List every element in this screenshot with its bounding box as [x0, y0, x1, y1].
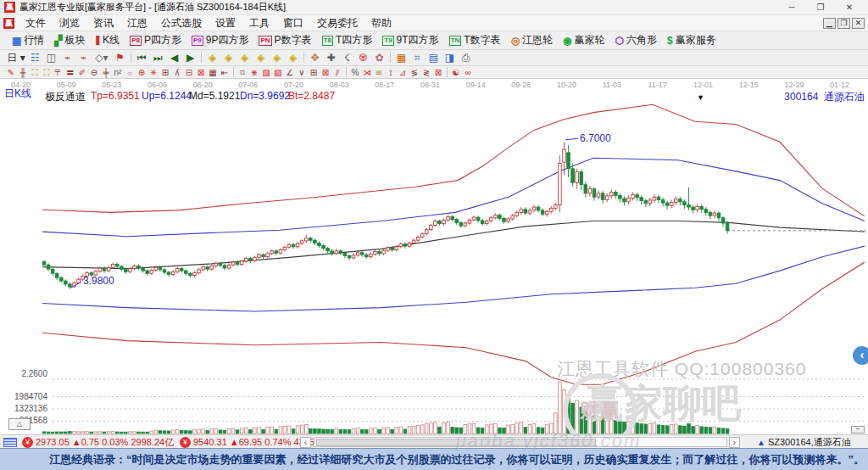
sh-index-item[interactable]: ¥ 2973.05 ▲0.75 0.03% 2998.24亿 — [22, 435, 174, 449]
scrollbar-thumb[interactable] — [316, 439, 596, 446]
level-line-icon[interactable]: 〒 — [53, 67, 64, 78]
gann-fan-icon[interactable]: ✳ — [147, 67, 159, 78]
zoom-diamond6-icon[interactable]: ◈ — [285, 51, 301, 65]
save-icon[interactable]: ◨ — [442, 51, 458, 65]
toolbar-赢家服务[interactable]: $赢家服务 — [662, 33, 721, 48]
child-minimize-button[interactable]: ▁ — [823, 18, 836, 29]
period-selector[interactable]: 日 ▾ — [5, 51, 27, 65]
line-chart-icon[interactable]: ⌁ — [59, 51, 75, 65]
grid-lines-icon[interactable]: ╫ — [17, 67, 29, 78]
zoom-diamond5-icon[interactable]: ◈ — [269, 51, 285, 65]
collapse-button[interactable]: − — [851, 426, 865, 434]
zoom-diamond3-icon[interactable]: ◈ — [236, 51, 253, 65]
split-view-icon[interactable]: ◫ — [43, 51, 59, 65]
minimize-button[interactable]: ─ — [777, 3, 806, 12]
fib-retrace-icon[interactable]: ⋊ — [361, 67, 373, 78]
quote-table-icon[interactable] — [3, 435, 17, 449]
pencil-icon[interactable]: ✎ — [5, 67, 17, 78]
n-square-icon[interactable]: n² — [112, 67, 124, 78]
toolbar-T数字表[interactable]: TNT数字表 — [444, 33, 506, 48]
child-restore-button[interactable]: ❐ — [837, 18, 850, 29]
yin-yang-icon[interactable]: ☯ — [450, 67, 462, 78]
menu-交易委托[interactable]: 交易委托 — [310, 16, 364, 31]
expand-volume-button[interactable]: △ — [8, 418, 31, 430]
overlay-selector[interactable]: ◇▾ — [92, 51, 112, 65]
delete-draw-icon[interactable]: ⊠ — [432, 67, 444, 78]
line-chart2-icon[interactable]: ⌁ — [75, 51, 92, 65]
menu-浏览[interactable]: 浏览 — [53, 16, 86, 31]
menu-设置[interactable]: 设置 — [209, 16, 242, 31]
board-view-icon[interactable]: ☷ — [27, 51, 43, 65]
toolbar-9P四方形[interactable]: P99P四方形 — [186, 33, 253, 48]
menu-公式选股[interactable]: 公式选股 — [154, 16, 209, 31]
anchor-icon[interactable]: ⌑ — [236, 67, 248, 78]
circle-tool-icon[interactable]: ⊖ — [88, 67, 100, 78]
zoom-diamond2-icon[interactable]: ◈ — [220, 51, 236, 65]
wave-tool-icon[interactable]: ʎ — [171, 67, 183, 78]
triangle-tool-icon[interactable]: ⊿ — [397, 67, 409, 78]
close-button[interactable]: ✕ — [835, 3, 864, 12]
parallel-rays-icon[interactable]: ⫽ — [331, 67, 343, 78]
report-icon[interactable]: ▤ — [426, 51, 442, 65]
time-grid-icon[interactable]: ╪ — [100, 67, 112, 78]
prev-bar-icon[interactable]: ◀ — [166, 51, 182, 65]
shade-box2-icon[interactable]: ▧ — [272, 67, 284, 78]
infinity-icon[interactable]: ∞ — [462, 67, 474, 78]
current-stock-label[interactable]: ▲ SZ300164,通源石油 — [757, 435, 851, 449]
golden-section-icon[interactable]: ≌ — [373, 67, 385, 78]
percent-icon[interactable]: % — [349, 67, 361, 78]
first-bar-icon[interactable]: ⏮ — [134, 51, 150, 65]
scroll-left-arrow[interactable]: ‹ — [300, 435, 311, 449]
cross-box-icon[interactable]: ⊠ — [320, 67, 331, 78]
pan-tool-icon[interactable]: ✥ — [307, 51, 323, 65]
menu-文件[interactable]: 文件 — [19, 16, 53, 31]
extend-line-icon[interactable]: ⇤ — [219, 67, 231, 78]
parallel-line-icon[interactable]: 〓 — [64, 67, 76, 78]
toolbar-行情[interactable]: ▦行情 — [7, 33, 49, 48]
calculator-icon[interactable]: ⌗ — [409, 51, 426, 65]
check-line-icon[interactable]: ∨ — [296, 67, 308, 78]
angle-arc-icon[interactable]: ⌔ — [124, 67, 136, 78]
menu-资讯[interactable]: 资讯 — [86, 16, 120, 31]
box-tool-icon[interactable]: ⊠ — [195, 67, 207, 78]
side-panel-toggle-button[interactable]: ‹ — [853, 346, 868, 365]
channel-icon[interactable]: ≶ — [409, 67, 420, 78]
maximize-button[interactable]: ❐ — [806, 3, 835, 12]
grid-box-icon[interactable]: ⊞ — [308, 67, 320, 78]
refresh-icon[interactable]: ♼ — [355, 51, 371, 65]
toolbar-六角形[interactable]: ⬡六角形 — [610, 33, 662, 48]
mark-icon[interactable]: ✿ — [371, 51, 387, 65]
shade-box-icon[interactable]: ▨ — [260, 67, 272, 78]
draw-line-icon[interactable]: ✐ — [76, 67, 88, 78]
zoom-diamond1-icon[interactable]: ◈ — [204, 51, 220, 65]
toolbar-赢家轮[interactable]: ◉赢家轮 — [558, 33, 609, 48]
last-bar-icon[interactable]: ⏭ — [150, 51, 166, 65]
chart-scrollbar[interactable] — [314, 437, 727, 447]
gold-square-icon[interactable]: ⛶ — [29, 67, 41, 78]
zoom-diamond4-icon[interactable]: ◈ — [253, 51, 269, 65]
toolbar-江恩轮[interactable]: ◎江恩轮 — [506, 33, 558, 48]
gold-square2-icon[interactable]: ⛶ — [41, 67, 53, 78]
next-bar-icon[interactable]: ▶ — [182, 51, 198, 65]
toolbar-K线[interactable]: ⫼K线 — [91, 33, 125, 48]
toolbar-P数字表[interactable]: PNP数字表 — [253, 33, 316, 48]
toolbar-板块[interactable]: ▞板块 — [49, 33, 90, 48]
scroll-right-arrow[interactable]: › — [729, 435, 740, 449]
ray-fan-icon[interactable]: ⋇ — [248, 67, 260, 78]
toolbar-T四方形[interactable]: T8T四方形 — [317, 33, 378, 48]
child-close-button[interactable]: ✕ — [852, 18, 865, 29]
menu-帮助[interactable]: 帮助 — [364, 16, 398, 31]
angle-tool-icon[interactable]: ∠ — [284, 67, 296, 78]
calendar-icon[interactable]: ▦ — [393, 51, 409, 65]
gann-box-icon[interactable]: ⊞ — [159, 67, 171, 78]
print-icon[interactable]: ⎙ — [458, 51, 474, 65]
matrix-icon[interactable]: ▦ — [207, 67, 219, 78]
channel2-icon[interactable]: ≷ — [420, 67, 432, 78]
menu-工具[interactable]: 工具 — [242, 16, 276, 31]
pointer-tool-icon[interactable]: ☇ — [339, 51, 355, 65]
crosshair-icon[interactable]: ✚ — [323, 51, 339, 65]
menu-江恩[interactable]: 江恩 — [120, 16, 154, 31]
menu-窗口[interactable]: 窗口 — [276, 16, 310, 31]
toolbar-P四方形[interactable]: P8P四方形 — [125, 33, 186, 48]
toolbar-9T四方形[interactable]: T99T四方形 — [377, 33, 443, 48]
